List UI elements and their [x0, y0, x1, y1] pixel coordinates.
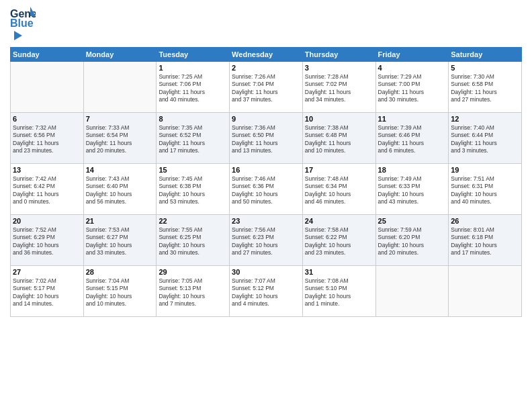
day-info: Sunrise: 7:42 AM Sunset: 6:42 PM Dayligh…	[13, 175, 81, 206]
calendar-cell	[83, 62, 157, 113]
calendar-cell: 24Sunrise: 7:58 AM Sunset: 6:22 PM Dayli…	[302, 215, 375, 266]
day-info: Sunrise: 7:26 AM Sunset: 7:04 PM Dayligh…	[232, 73, 300, 104]
calendar-cell: 26Sunrise: 8:01 AM Sunset: 6:18 PM Dayli…	[449, 215, 522, 266]
day-number: 27	[13, 268, 81, 276]
calendar-week-row: 1Sunrise: 7:25 AM Sunset: 7:06 PM Daylig…	[11, 62, 522, 113]
calendar-header-friday: Friday	[375, 48, 449, 62]
calendar-cell: 19Sunrise: 7:51 AM Sunset: 6:31 PM Dayli…	[449, 164, 522, 215]
day-info: Sunrise: 7:53 AM Sunset: 6:27 PM Dayligh…	[86, 226, 154, 257]
day-number: 5	[451, 64, 519, 72]
calendar-header-row: SundayMondayTuesdayWednesdayThursdayFrid…	[11, 48, 522, 62]
calendar-cell: 20Sunrise: 7:52 AM Sunset: 6:29 PM Dayli…	[11, 215, 84, 266]
day-number: 30	[232, 268, 300, 276]
calendar-cell	[375, 266, 449, 317]
day-number: 28	[86, 268, 154, 276]
day-number: 4	[378, 64, 447, 72]
day-number: 22	[159, 217, 227, 225]
day-info: Sunrise: 7:05 AM Sunset: 5:13 PM Dayligh…	[159, 277, 227, 308]
day-number: 7	[86, 115, 154, 123]
calendar-week-row: 20Sunrise: 7:52 AM Sunset: 6:29 PM Dayli…	[11, 215, 522, 266]
calendar-cell: 14Sunrise: 7:43 AM Sunset: 6:40 PM Dayli…	[83, 164, 157, 215]
calendar-cell: 30Sunrise: 7:07 AM Sunset: 5:12 PM Dayli…	[230, 266, 303, 317]
calendar-cell: 10Sunrise: 7:38 AM Sunset: 6:48 PM Dayli…	[302, 113, 375, 164]
day-number: 8	[159, 115, 227, 123]
calendar-cell: 23Sunrise: 7:56 AM Sunset: 6:23 PM Dayli…	[230, 215, 303, 266]
calendar-cell: 4Sunrise: 7:29 AM Sunset: 7:00 PM Daylig…	[375, 62, 449, 113]
day-info: Sunrise: 7:36 AM Sunset: 6:50 PM Dayligh…	[232, 124, 300, 155]
calendar-cell	[11, 62, 84, 113]
day-number: 1	[159, 64, 227, 72]
day-info: Sunrise: 7:33 AM Sunset: 6:54 PM Dayligh…	[86, 124, 154, 155]
calendar-header-sunday: Sunday	[11, 48, 84, 62]
header: General Blue	[10, 7, 522, 42]
day-info: Sunrise: 7:48 AM Sunset: 6:34 PM Dayligh…	[305, 175, 373, 206]
day-number: 17	[305, 166, 373, 174]
calendar-cell: 18Sunrise: 7:49 AM Sunset: 6:33 PM Dayli…	[375, 164, 449, 215]
day-number: 6	[13, 115, 81, 123]
calendar-cell: 13Sunrise: 7:42 AM Sunset: 6:42 PM Dayli…	[11, 164, 84, 215]
logo-icon: General Blue	[10, 7, 36, 28]
day-number: 13	[13, 166, 81, 174]
day-info: Sunrise: 7:38 AM Sunset: 6:48 PM Dayligh…	[305, 124, 373, 155]
calendar-header-thursday: Thursday	[302, 48, 375, 62]
day-number: 3	[305, 64, 373, 72]
calendar-cell: 21Sunrise: 7:53 AM Sunset: 6:27 PM Dayli…	[83, 215, 157, 266]
day-number: 31	[305, 268, 373, 276]
calendar-cell: 12Sunrise: 7:40 AM Sunset: 6:44 PM Dayli…	[449, 113, 522, 164]
logo: General Blue	[10, 7, 36, 42]
day-info: Sunrise: 7:02 AM Sunset: 5:17 PM Dayligh…	[13, 277, 81, 308]
calendar-cell: 2Sunrise: 7:26 AM Sunset: 7:04 PM Daylig…	[230, 62, 303, 113]
day-number: 20	[13, 217, 81, 225]
day-info: Sunrise: 7:55 AM Sunset: 6:25 PM Dayligh…	[159, 226, 227, 257]
day-info: Sunrise: 7:04 AM Sunset: 5:15 PM Dayligh…	[86, 277, 154, 308]
calendar-cell: 6Sunrise: 7:32 AM Sunset: 6:56 PM Daylig…	[11, 113, 84, 164]
day-info: Sunrise: 7:25 AM Sunset: 7:06 PM Dayligh…	[159, 73, 227, 104]
day-number: 11	[378, 115, 447, 123]
calendar-cell: 27Sunrise: 7:02 AM Sunset: 5:17 PM Dayli…	[11, 266, 84, 317]
calendar-header-wednesday: Wednesday	[230, 48, 303, 62]
day-info: Sunrise: 7:30 AM Sunset: 6:58 PM Dayligh…	[451, 73, 519, 104]
day-info: Sunrise: 7:32 AM Sunset: 6:56 PM Dayligh…	[13, 124, 81, 155]
calendar-cell: 3Sunrise: 7:28 AM Sunset: 7:02 PM Daylig…	[302, 62, 375, 113]
calendar-cell: 8Sunrise: 7:35 AM Sunset: 6:52 PM Daylig…	[157, 113, 230, 164]
page: General Blue SundayMondayTuesdayWednesda…	[0, 0, 532, 411]
day-info: Sunrise: 7:29 AM Sunset: 7:00 PM Dayligh…	[378, 73, 447, 104]
calendar-cell: 31Sunrise: 7:08 AM Sunset: 5:10 PM Dayli…	[302, 266, 375, 317]
day-info: Sunrise: 7:07 AM Sunset: 5:12 PM Dayligh…	[232, 277, 300, 308]
day-number: 24	[305, 217, 373, 225]
svg-marker-3	[14, 31, 22, 40]
calendar-header-saturday: Saturday	[449, 48, 522, 62]
calendar-cell: 17Sunrise: 7:48 AM Sunset: 6:34 PM Dayli…	[302, 164, 375, 215]
calendar-cell: 5Sunrise: 7:30 AM Sunset: 6:58 PM Daylig…	[449, 62, 522, 113]
day-info: Sunrise: 7:58 AM Sunset: 6:22 PM Dayligh…	[305, 226, 373, 257]
calendar-week-row: 13Sunrise: 7:42 AM Sunset: 6:42 PM Dayli…	[11, 164, 522, 215]
svg-text:Blue: Blue	[10, 17, 34, 28]
calendar-header-tuesday: Tuesday	[157, 48, 230, 62]
calendar-cell: 29Sunrise: 7:05 AM Sunset: 5:13 PM Dayli…	[157, 266, 230, 317]
calendar-cell: 11Sunrise: 7:39 AM Sunset: 6:46 PM Dayli…	[375, 113, 449, 164]
calendar-cell: 15Sunrise: 7:45 AM Sunset: 6:38 PM Dayli…	[157, 164, 230, 215]
day-info: Sunrise: 8:01 AM Sunset: 6:18 PM Dayligh…	[451, 226, 519, 257]
calendar-cell: 7Sunrise: 7:33 AM Sunset: 6:54 PM Daylig…	[83, 113, 157, 164]
day-number: 12	[451, 115, 519, 123]
calendar-cell: 9Sunrise: 7:36 AM Sunset: 6:50 PM Daylig…	[230, 113, 303, 164]
calendar-week-row: 6Sunrise: 7:32 AM Sunset: 6:56 PM Daylig…	[11, 113, 522, 164]
day-number: 9	[232, 115, 300, 123]
day-info: Sunrise: 7:46 AM Sunset: 6:36 PM Dayligh…	[232, 175, 300, 206]
day-number: 26	[451, 217, 519, 225]
day-number: 14	[86, 166, 154, 174]
day-number: 19	[451, 166, 519, 174]
calendar-cell: 22Sunrise: 7:55 AM Sunset: 6:25 PM Dayli…	[157, 215, 230, 266]
day-info: Sunrise: 7:56 AM Sunset: 6:23 PM Dayligh…	[232, 226, 300, 257]
day-number: 23	[232, 217, 300, 225]
day-number: 15	[159, 166, 227, 174]
calendar-cell: 28Sunrise: 7:04 AM Sunset: 5:15 PM Dayli…	[83, 266, 157, 317]
day-info: Sunrise: 7:51 AM Sunset: 6:31 PM Dayligh…	[451, 175, 519, 206]
calendar-cell	[449, 266, 522, 317]
calendar-table: SundayMondayTuesdayWednesdayThursdayFrid…	[10, 47, 522, 317]
day-number: 18	[378, 166, 447, 174]
day-number: 25	[378, 217, 447, 225]
day-info: Sunrise: 7:43 AM Sunset: 6:40 PM Dayligh…	[86, 175, 154, 206]
calendar-week-row: 27Sunrise: 7:02 AM Sunset: 5:17 PM Dayli…	[11, 266, 522, 317]
day-number: 21	[86, 217, 154, 225]
